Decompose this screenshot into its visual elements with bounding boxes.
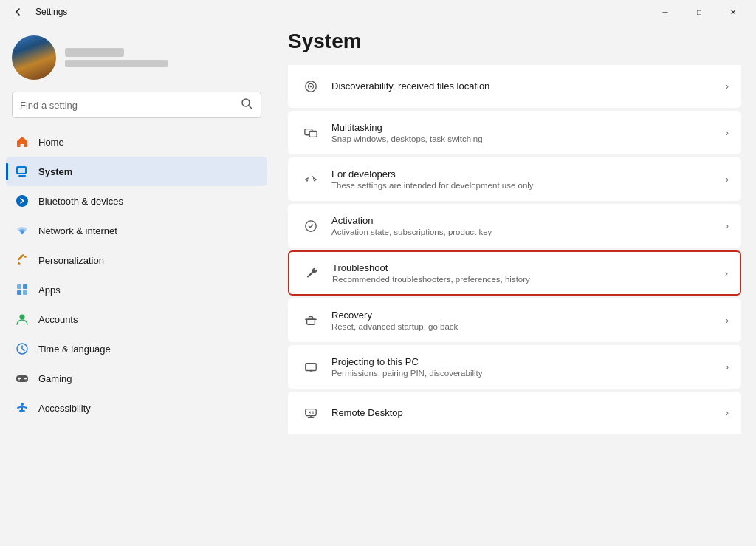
settings-list: Discoverability, received files location… bbox=[288, 65, 741, 546]
avatar[interactable] bbox=[12, 35, 56, 80]
settings-item-discoverability[interactable]: Discoverability, received files location… bbox=[288, 65, 741, 108]
svg-rect-5 bbox=[18, 254, 24, 260]
sidebar-item-label-gaming: Gaming bbox=[38, 373, 72, 384]
remote-desktop-text: Remote Desktop bbox=[331, 407, 715, 420]
developers-text: For developers These settings are intend… bbox=[331, 168, 715, 190]
svg-rect-9 bbox=[23, 290, 27, 295]
recovery-chevron: › bbox=[726, 315, 729, 326]
discoverability-chevron: › bbox=[726, 81, 729, 92]
sidebar-item-home[interactable]: Home bbox=[6, 127, 267, 157]
user-email-placeholder bbox=[65, 60, 168, 67]
sidebar-item-label-time: Time & language bbox=[38, 344, 111, 355]
sidebar-item-label-network: Network & internet bbox=[38, 225, 117, 236]
nav-list: Home System bbox=[0, 127, 273, 423]
recovery-icon bbox=[300, 310, 321, 331]
projecting-text: Projecting to this PC Permissions, pairi… bbox=[331, 356, 715, 378]
developers-desc: These settings are intended for developm… bbox=[331, 181, 715, 190]
troubleshoot-desc: Recommended troubleshooters, preferences… bbox=[332, 275, 715, 284]
home-icon bbox=[15, 134, 30, 149]
settings-item-troubleshoot[interactable]: Troubleshoot Recommended troubleshooters… bbox=[288, 250, 741, 296]
sidebar-item-gaming[interactable]: Gaming bbox=[6, 364, 267, 393]
recovery-text: Recovery Reset, advanced startup, go bac… bbox=[331, 310, 715, 331]
app-body: Find a setting Home bbox=[0, 24, 756, 546]
sidebar-item-bluetooth[interactable]: Bluetooth & devices bbox=[6, 186, 267, 216]
gaming-icon bbox=[15, 371, 30, 386]
settings-item-activation[interactable]: Activation Activation state, subscriptio… bbox=[288, 204, 741, 248]
activation-desc: Activation state, subscriptions, product… bbox=[331, 228, 715, 236]
multitasking-desc: Snap windows, desktops, task switching bbox=[331, 134, 715, 143]
search-box[interactable]: Find a setting bbox=[12, 92, 261, 118]
apps-icon bbox=[15, 282, 30, 297]
svg-rect-22 bbox=[306, 363, 316, 370]
svg-point-15 bbox=[21, 403, 24, 406]
minimize-button[interactable]: ─ bbox=[648, 0, 682, 24]
projecting-desc: Permissions, pairing PIN, discoverabilit… bbox=[331, 369, 715, 378]
activation-title: Activation bbox=[331, 215, 715, 226]
back-button[interactable] bbox=[6, 0, 30, 24]
sidebar-item-time[interactable]: Time & language bbox=[6, 334, 267, 364]
svg-point-14 bbox=[25, 378, 27, 380]
multitasking-chevron: › bbox=[726, 128, 729, 138]
accessibility-icon bbox=[15, 400, 30, 415]
content-area: System Discoverability, received files l… bbox=[273, 24, 756, 546]
close-button[interactable]: ✕ bbox=[716, 0, 750, 24]
settings-item-remote-desktop[interactable]: Remote Desktop › bbox=[288, 392, 741, 434]
time-icon bbox=[15, 341, 30, 356]
developers-chevron: › bbox=[726, 174, 729, 185]
sidebar-item-network[interactable]: Network & internet bbox=[6, 216, 267, 245]
projecting-icon bbox=[300, 357, 321, 378]
multitasking-text: Multitasking Snap windows, desktops, tas… bbox=[331, 122, 715, 143]
remote-desktop-icon bbox=[300, 403, 321, 423]
system-icon bbox=[15, 164, 30, 179]
network-icon bbox=[15, 223, 30, 238]
search-container: Find a setting bbox=[0, 89, 273, 127]
sidebar-item-accessibility[interactable]: Accessibility bbox=[6, 393, 267, 423]
maximize-button[interactable]: □ bbox=[682, 0, 716, 24]
sidebar-item-label-accounts: Accounts bbox=[38, 314, 78, 325]
svg-point-10 bbox=[20, 315, 25, 320]
sidebar-item-label-home: Home bbox=[38, 137, 64, 148]
user-profile[interactable] bbox=[0, 24, 273, 89]
svg-point-3 bbox=[16, 195, 28, 207]
sidebar-item-accounts[interactable]: Accounts bbox=[6, 304, 267, 334]
activation-chevron: › bbox=[726, 221, 729, 231]
troubleshoot-chevron: › bbox=[725, 268, 728, 279]
search-placeholder-text: Find a setting bbox=[20, 100, 234, 111]
troubleshoot-title: Troubleshoot bbox=[332, 262, 715, 273]
discoverability-icon bbox=[300, 76, 321, 97]
settings-item-multitasking[interactable]: Multitasking Snap windows, desktops, tas… bbox=[288, 111, 741, 154]
settings-item-recovery[interactable]: Recovery Reset, advanced startup, go bac… bbox=[288, 298, 741, 342]
settings-item-developers[interactable]: For developers These settings are intend… bbox=[288, 157, 741, 201]
svg-rect-6 bbox=[17, 284, 21, 289]
settings-item-projecting[interactable]: Projecting to this PC Permissions, pairi… bbox=[288, 345, 741, 389]
discoverability-text: Discoverability, received files location bbox=[331, 81, 715, 93]
sidebar-item-label-bluetooth: Bluetooth & devices bbox=[38, 196, 123, 207]
activation-text: Activation Activation state, subscriptio… bbox=[331, 215, 715, 236]
sidebar-item-label-system: System bbox=[38, 166, 72, 177]
sidebar-item-personalization[interactable]: Personalization bbox=[6, 245, 267, 275]
recovery-title: Recovery bbox=[331, 310, 715, 321]
remote-desktop-chevron: › bbox=[726, 408, 729, 418]
sidebar-item-label-apps: Apps bbox=[38, 284, 61, 296]
page-title: System bbox=[288, 30, 741, 53]
multitasking-icon bbox=[300, 123, 321, 143]
titlebar-title: Settings bbox=[35, 7, 67, 17]
search-icon bbox=[240, 97, 253, 113]
svg-point-13 bbox=[24, 378, 25, 380]
svg-rect-20 bbox=[309, 131, 317, 137]
sidebar-item-system[interactable]: System bbox=[6, 157, 267, 186]
developers-title: For developers bbox=[331, 168, 715, 180]
discoverability-title: Discoverability, received files location bbox=[331, 81, 715, 92]
projecting-chevron: › bbox=[726, 362, 729, 372]
sidebar-item-apps[interactable]: Apps bbox=[6, 275, 267, 304]
svg-point-4 bbox=[21, 231, 24, 234]
accounts-icon bbox=[15, 312, 30, 327]
user-info bbox=[65, 48, 168, 67]
wrench-icon bbox=[301, 263, 322, 284]
remote-desktop-title: Remote Desktop bbox=[331, 407, 715, 418]
sidebar: Find a setting Home bbox=[0, 24, 273, 546]
activation-icon bbox=[300, 216, 321, 236]
multitasking-title: Multitasking bbox=[331, 122, 715, 133]
titlebar-left: Settings bbox=[6, 0, 67, 24]
sidebar-item-label-personalization: Personalization bbox=[38, 255, 104, 266]
